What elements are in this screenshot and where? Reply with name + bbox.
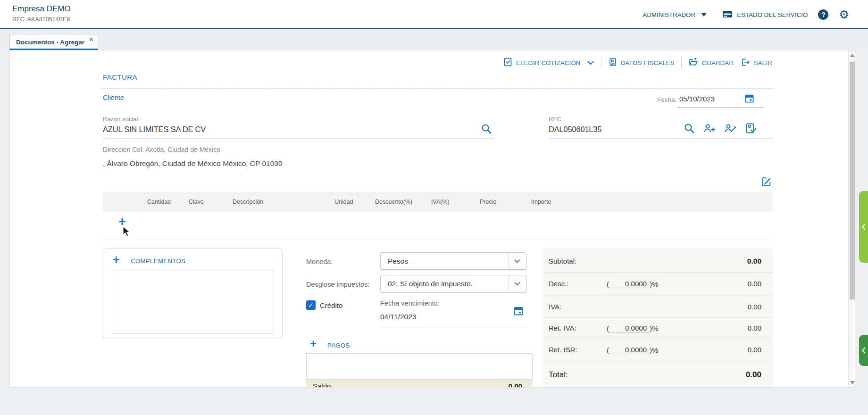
choose-quote-button[interactable]: ELEGIR COTIZACIÓN <box>503 57 594 68</box>
calendar-icon[interactable] <box>513 305 524 318</box>
mouse-cursor <box>123 226 133 240</box>
currency-value: Pesos <box>381 257 508 266</box>
vertical-scrollbar[interactable] <box>848 50 855 387</box>
totals-panel: Subtotal: 0.00 Desc.: ( 0.0000 )% 0.00 I… <box>543 249 773 388</box>
search-icon[interactable] <box>481 123 492 136</box>
discount-pct-input[interactable]: 0.0000 <box>609 280 650 288</box>
tab-label: Documentos - Agregar <box>16 39 84 46</box>
client-section-heading: Cliente <box>103 94 124 101</box>
fiscal-data-button[interactable]: DATOS FISCALES <box>608 57 675 68</box>
ret-isr-label: Ret. ISR: <box>549 346 577 354</box>
ret-iva-pct-group: ( 0.0000 )% <box>607 324 658 332</box>
search-icon[interactable] <box>684 123 695 136</box>
chevron-left-icon <box>862 347 866 354</box>
razon-social-field[interactable]: AZUL SIN LIMITES SA DE CV <box>103 125 206 134</box>
scroll-down-button[interactable] <box>849 378 855 387</box>
date-label: Fecha: <box>657 96 676 103</box>
exit-label: SALIR <box>754 59 772 66</box>
tax-breakdown-select[interactable]: 02. Sí objeto de impuesto. <box>380 275 526 292</box>
document-editor-panel: ELEGIR COTIZACIÓN DATOS FISCALES GUARDAR… <box>9 50 855 388</box>
totals-divider <box>543 272 773 273</box>
side-panel-handle-top[interactable] <box>859 191 868 263</box>
payments-list <box>306 353 533 380</box>
ret-isr-pct-group: ( 0.0000 )% <box>607 346 658 354</box>
quote-check-icon <box>503 57 513 68</box>
chevron-down-icon[interactable] <box>508 253 526 269</box>
chevron-down-icon <box>701 13 707 17</box>
tax-breakdown-value: 02. Sí objeto de impuesto. <box>381 280 508 288</box>
save-button[interactable]: GUARDAR <box>688 57 734 68</box>
col-descuento: Descuento(%) <box>375 199 412 205</box>
totals-divider <box>543 296 773 296</box>
discount-label: Desc.: <box>549 280 569 288</box>
fiscal-data-label: DATOS FISCALES <box>621 59 675 66</box>
top-header-bar: Empresa DEMO RFC: AKA810514BE9 ADMINISTR… <box>0 0 868 29</box>
subtotal-value: 0.00 <box>747 257 761 266</box>
arrow-down-icon <box>850 381 855 384</box>
col-importe: Importe <box>531 199 551 205</box>
paren-close: )% <box>650 324 658 332</box>
gear-icon[interactable]: ⚙ <box>839 9 849 20</box>
credit-checkbox[interactable]: ✓ <box>306 300 316 310</box>
add-payment-button[interactable]: + <box>310 337 317 350</box>
paren-close: )% <box>650 346 658 354</box>
rfc-underline <box>549 139 773 139</box>
ret-isr-pct-input[interactable]: 0.0000 <box>609 346 650 354</box>
topbar-menu: ADMINISTRADOR ESTADO DEL SERVICIO ? ⚙ <box>643 0 849 29</box>
col-cantidad: Cantidad <box>147 199 171 205</box>
ret-iva-label: Ret. IVA: <box>549 324 576 332</box>
discount-value: 0.00 <box>748 280 761 288</box>
tab-strip <box>0 30 868 50</box>
subtotal-label: Subtotal: <box>549 257 576 265</box>
currency-select[interactable]: Pesos <box>380 252 526 270</box>
totals-divider <box>543 339 773 339</box>
balance-value: 0.00 <box>509 382 522 388</box>
exit-button[interactable]: SALIR <box>740 58 772 68</box>
user-menu[interactable]: ADMINISTRADOR <box>643 11 707 18</box>
items-table: Cantidad Clave Descripción Unidad Descue… <box>103 192 773 238</box>
col-precio: Precio <box>480 199 496 205</box>
document-toolbar: ELEGIR COTIZACIÓN DATOS FISCALES GUARDAR… <box>503 55 772 70</box>
iva-value: 0.00 <box>748 303 761 311</box>
chevron-left-icon <box>862 224 866 230</box>
ret-iva-value: 0.00 <box>748 324 761 332</box>
due-date-label: Fecha vencimiento: <box>380 299 440 307</box>
chevron-down-icon <box>587 59 594 66</box>
col-iva: IVA(%) <box>431 199 450 205</box>
scrollbar-thumb[interactable] <box>850 62 855 299</box>
service-status-link[interactable]: ESTADO DEL SERVICIO <box>722 8 808 21</box>
chevron-down-icon[interactable] <box>508 275 526 292</box>
tax-breakdown-label: Desglose impuestos: <box>306 281 370 288</box>
close-icon[interactable]: × <box>89 35 93 44</box>
address-line1: Dirección Col. Axotla, Ciudad de México <box>103 146 220 153</box>
date-field[interactable]: 05/10/2023 <box>679 95 715 103</box>
edit-items-icon[interactable] <box>761 176 772 189</box>
tab-documentos-agregar[interactable]: Documentos - Agregar × <box>9 34 98 50</box>
due-date-field[interactable]: 04/11/2023 <box>380 313 416 321</box>
company-rfc: RFC: AKA810514BE9 <box>12 16 70 23</box>
ret-iva-pct-input[interactable]: 0.0000 <box>609 324 650 332</box>
add-client-icon[interactable] <box>703 123 716 136</box>
validate-rfc-icon[interactable] <box>745 123 757 136</box>
side-panel-handle-bottom[interactable] <box>859 335 868 366</box>
scroll-up-button[interactable] <box>849 50 855 60</box>
edit-client-icon[interactable] <box>724 123 736 136</box>
rfc-field[interactable]: DAL050601L35 <box>549 125 601 134</box>
complements-title: COMPLEMENTOS <box>131 257 185 265</box>
document-icon <box>608 57 618 68</box>
iva-label: IVA: <box>549 303 561 311</box>
totals-divider <box>543 362 773 362</box>
complements-panel: + COMPLEMENTOS <box>103 249 283 339</box>
company-name: Empresa DEMO <box>12 4 71 14</box>
razon-social-label: Razón social <box>103 116 138 123</box>
calendar-icon[interactable] <box>744 93 755 106</box>
total-label: Total: <box>549 370 568 380</box>
toolbar-divider <box>601 57 601 68</box>
service-status-label: ESTADO DEL SERVICIO <box>737 11 808 18</box>
complements-list <box>112 271 274 334</box>
help-icon[interactable]: ? <box>818 9 828 20</box>
add-complement-button[interactable]: + <box>113 253 120 266</box>
razon-social-underline <box>103 139 494 139</box>
document-type-title: FACTURA <box>103 73 137 81</box>
toolbar-divider <box>681 57 682 68</box>
